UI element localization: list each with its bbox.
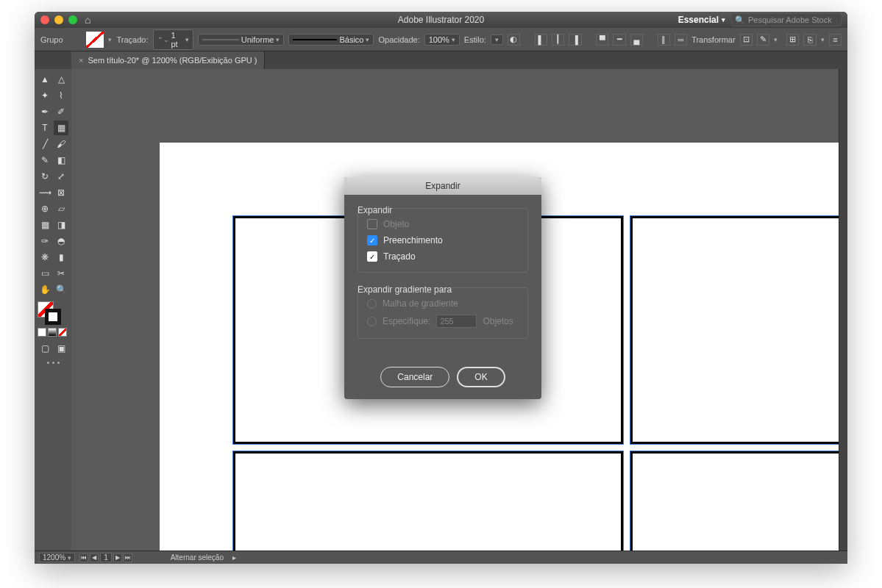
radio-icon	[367, 317, 377, 326]
draw-normal-icon[interactable]: ▢	[38, 341, 52, 356]
eraser-tool-icon[interactable]: ◧	[54, 153, 68, 168]
prev-page-icon[interactable]: ◀	[90, 553, 99, 562]
fill-swatch[interactable]	[86, 32, 104, 48]
opacity-field[interactable]: 100%▾	[424, 34, 460, 46]
checkbox-icon	[367, 219, 377, 229]
shape-builder-tool-icon[interactable]: ⊕	[38, 201, 52, 216]
curvature-tool-icon[interactable]: ✐	[54, 104, 68, 119]
chevron-down-icon[interactable]: ▾	[108, 36, 112, 43]
symbol-sprayer-tool-icon[interactable]: ❋	[38, 250, 52, 265]
stroke-box[interactable]	[45, 309, 61, 325]
shaper-tool-icon[interactable]: ✎	[38, 153, 52, 168]
align-center-v-icon[interactable]: ━	[613, 34, 625, 46]
blend-tool-icon[interactable]: ◓	[54, 234, 68, 248]
paintbrush-tool-icon[interactable]: 🖌	[54, 137, 68, 151]
grid-cell	[630, 216, 839, 444]
stroke-weight-field[interactable]: ⌃⌄ 1 pt ▾	[153, 29, 193, 50]
eyedropper-tool-icon[interactable]: ✑	[38, 234, 52, 248]
fill-stroke-control[interactable]	[38, 301, 61, 325]
traffic-lights	[40, 15, 77, 24]
right-panel-collapsed[interactable]	[839, 69, 847, 551]
pen-tool-icon[interactable]: ✒	[38, 104, 52, 119]
isolate-icon[interactable]: ⊡	[740, 34, 753, 46]
expand-fieldset: Objeto ✓ Preenchimento ✓ Traçado	[358, 208, 528, 273]
preenchimento-option[interactable]: ✓ Preenchimento	[367, 232, 519, 248]
edit-toolbar-icon[interactable]	[38, 362, 68, 364]
especifique-option: Especifique: Objetos	[367, 312, 519, 331]
next-page-icon[interactable]: ▶	[113, 553, 122, 562]
tools-panel: ▲△ ✦⌇ ✒✐ T▦ ╱🖌 ✎◧ ↻⤢ ⟿⊠ ⊕▱ ▦◨ ✑◓ ❋▮ ▭✂ ✋…	[35, 69, 71, 551]
align-left-icon[interactable]: ▌	[535, 34, 547, 46]
align-top-icon[interactable]: ▀	[596, 34, 608, 46]
objects-count-field	[436, 315, 477, 328]
direct-selection-tool-icon[interactable]: △	[54, 72, 68, 87]
free-transform-tool-icon[interactable]: ⊠	[54, 185, 68, 200]
page-field[interactable]: 1	[100, 553, 112, 562]
status-hint: Alternar seleção	[171, 553, 224, 562]
align-center-h-icon[interactable]: ┃	[552, 34, 564, 46]
width-tool-icon[interactable]: ⟿	[38, 185, 52, 200]
search-stock-field[interactable]: 🔍 Pesquisar Adobe Stock	[731, 13, 842, 26]
mesh-tool-icon[interactable]: ▦	[38, 218, 52, 232]
last-page-icon[interactable]: ⏭	[124, 553, 132, 562]
search-icon: 🔍	[735, 15, 745, 25]
line-tool-icon[interactable]: ╱	[38, 137, 52, 151]
checkbox-checked-icon[interactable]: ✓	[367, 251, 377, 262]
home-icon[interactable]: ⌂	[85, 14, 90, 26]
align-right-icon[interactable]: ▐	[569, 34, 581, 46]
chevron-right-icon[interactable]: ▸	[232, 553, 236, 562]
rotate-tool-icon[interactable]: ↻	[38, 169, 52, 184]
dialog-title: Expandir	[344, 177, 541, 195]
align-bottom-icon[interactable]: ▄	[630, 34, 643, 46]
color-mode-icon[interactable]	[38, 328, 46, 337]
slice-tool-icon[interactable]: ✂	[54, 266, 68, 281]
preferences-icon[interactable]: ⎘	[803, 34, 816, 46]
gradient-tool-icon[interactable]: ◨	[54, 218, 68, 232]
edit-icon[interactable]: ✎	[757, 34, 769, 46]
app-window: ⌂ Adobe Illustrator 2020 Essencial ▾ 🔍 P…	[35, 12, 847, 564]
magic-wand-tool-icon[interactable]: ✦	[38, 88, 52, 103]
ok-button[interactable]: OK	[457, 367, 505, 387]
perspective-tool-icon[interactable]: ▱	[54, 201, 68, 216]
gradient-mode-icon[interactable]	[48, 328, 57, 337]
first-page-icon[interactable]: ⏮	[79, 553, 88, 562]
opacity-label: Opacidade:	[378, 35, 419, 44]
close-tab-icon[interactable]: ×	[79, 56, 83, 65]
zoom-window-button[interactable]	[68, 15, 77, 24]
status-bar: 1200% ▾ ⏮ ◀ 1 ▶ ⏭ Alternar seleção ▸	[35, 551, 847, 564]
zoom-dropdown[interactable]: 1200% ▾	[39, 553, 75, 562]
scale-tool-icon[interactable]: ⤢	[54, 169, 68, 184]
menu-icon[interactable]: ≡	[829, 34, 842, 46]
chevron-down-icon: ▾	[722, 16, 725, 24]
artboard-tool-icon[interactable]: ▭	[38, 266, 52, 281]
tracado-option[interactable]: ✓ Traçado	[367, 248, 519, 265]
arrange-icon[interactable]: ⊞	[786, 34, 799, 46]
lasso-tool-icon[interactable]: ⌇	[54, 88, 68, 103]
type-tool-icon[interactable]: T	[38, 121, 52, 135]
none-mode-icon[interactable]	[58, 328, 67, 337]
grid-cell	[233, 451, 623, 551]
brush-dropdown[interactable]: Básico ▾	[288, 34, 374, 46]
transform-label[interactable]: Transformar	[691, 35, 736, 44]
column-graph-tool-icon[interactable]: ▮	[54, 250, 68, 265]
distribute-h-icon[interactable]: ‖	[658, 34, 670, 46]
minimize-window-button[interactable]	[54, 15, 63, 24]
screen-mode-icon[interactable]: ▣	[54, 341, 68, 356]
workspace-switcher[interactable]: Essencial ▾	[678, 15, 725, 25]
distribute-v-icon[interactable]: ═	[675, 34, 687, 46]
close-window-button[interactable]	[40, 15, 49, 24]
stroke-profile-dropdown[interactable]: Uniforme ▾	[198, 34, 285, 46]
zoom-tool-icon[interactable]: 🔍	[54, 282, 68, 297]
selection-type-label: Grupo	[40, 35, 63, 44]
style-dropdown[interactable]: ▾	[491, 35, 503, 45]
rectangle-tool-icon[interactable]: ▦	[54, 121, 68, 135]
recolor-icon[interactable]: ◐	[508, 34, 520, 46]
style-label: Estilo:	[464, 35, 486, 44]
document-tab[interactable]: × Sem título-20* @ 1200% (RGB/Exibição G…	[71, 51, 265, 69]
checkbox-checked-icon[interactable]: ✓	[367, 235, 377, 245]
document-tabs: × Sem título-20* @ 1200% (RGB/Exibição G…	[35, 51, 847, 69]
hand-tool-icon[interactable]: ✋	[38, 282, 52, 297]
selection-tool-icon[interactable]: ▲	[38, 72, 52, 87]
gradient-fieldset: Malha de gradiente Especifique: Objetos	[358, 287, 528, 339]
cancel-button[interactable]: Cancelar	[380, 367, 449, 387]
